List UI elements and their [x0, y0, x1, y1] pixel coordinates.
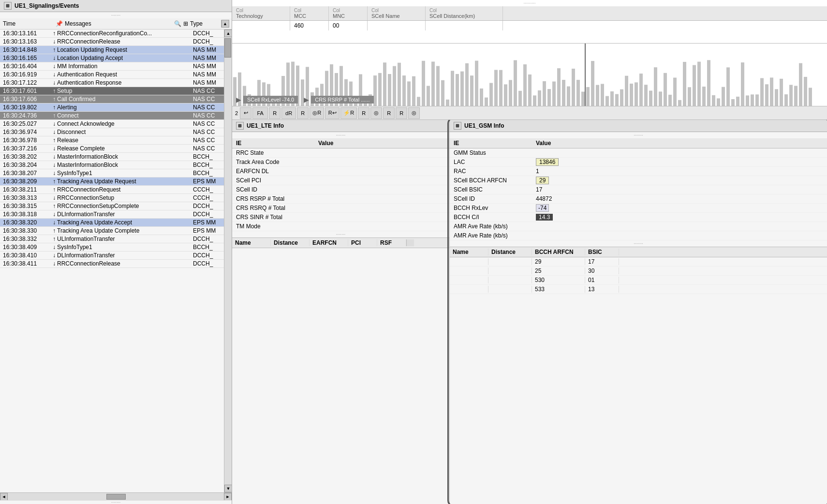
bottom-scrollbar[interactable]: ◄ ► [0, 492, 232, 500]
cell-mnc: 00 [329, 21, 368, 30]
lte-bt-scroll[interactable] [406, 239, 414, 246]
gsm-sep2: ······· [450, 240, 827, 247]
table-row[interactable]: 16:30:38.209 ↑Tracking Area Update Reque… [0, 178, 224, 186]
table-row[interactable]: 16:30:37.216 ↓Release Complete NAS CC [0, 145, 224, 153]
table-row[interactable]: 16:30:38.409 ↓SysInfoType1 BCCH_ [0, 243, 224, 252]
cell-msg: ↓RRCConnectionSetup [51, 194, 191, 201]
cell-mcc: 460 [290, 21, 329, 30]
cell-type: EPS MM [191, 178, 224, 185]
gsm-bt-cell-bcch: 29 [532, 258, 585, 265]
table-row[interactable]: 16:30:38.411 ↓RRCConnectionRelease DCCH_ [0, 260, 224, 268]
gsm-title-text: UE1_GSM Info [464, 122, 504, 129]
table-row[interactable]: 16:30:38.320 ↓Tracking Area Update Accep… [0, 219, 224, 227]
icon-btn-lightning[interactable]: ⚡R [340, 107, 357, 119]
icon-btn-circle2[interactable]: ◎ [408, 107, 420, 119]
table-row[interactable]: 16:30:38.204 ↓MasterInformationBlock BCC… [0, 161, 224, 169]
cell-msg: ↑Connect [51, 112, 191, 119]
icon-btn-r1[interactable]: R [269, 107, 281, 119]
lte-ie-cell: CRS RSRQ # Total [232, 205, 314, 211]
table-row[interactable]: 16:30:38.318 ↓DLInformationTransfer DCCH… [0, 210, 224, 219]
table-row[interactable]: 16:30:38.211 ↑RRCConnectionRequest CCCH_ [0, 186, 224, 194]
table-row[interactable]: 16:30:38.207 ↓SysInfoType1 BCCH_ [0, 169, 224, 178]
cell-time: 16:30:24.736 [0, 112, 51, 119]
icon-btn-r5[interactable]: R [396, 107, 407, 119]
cell-type: NAS CC [191, 145, 224, 152]
icon-btn-circler[interactable]: ◎R [310, 107, 324, 119]
lte-info-row: EARFCN DL [232, 167, 449, 176]
table-row[interactable]: 16:30:38.313 ↓RRCConnectionSetup CCCH_ [0, 194, 224, 202]
table-row[interactable]: 16:30:38.410 ↓DLInformationTransfer DCCH… [0, 252, 224, 260]
table-row[interactable]: 16:30:17.606 ↑Call Confirmed NAS CC [0, 95, 224, 104]
gsm-info-row: SCell ID 44872 [450, 194, 827, 204]
cell-type: NAS CC [191, 112, 224, 119]
table-row[interactable]: 16:30:16.165 ↓Location Updating Accept N… [0, 54, 224, 62]
cell-msg: ↓SysInfoType1 [51, 244, 191, 251]
messages-col-label: Messages [65, 20, 172, 27]
table-row[interactable]: 16:30:24.736 ↑Connect NAS CC [0, 112, 224, 120]
table-row[interactable]: 16:30:25.027 ↓Connect Acknowledge NAS CC [0, 120, 224, 128]
search-icon[interactable]: 🔍 [174, 20, 181, 27]
cell-msg: ↓Tracking Area Update Accept [51, 219, 191, 226]
val-dark: 14.3 [536, 214, 553, 221]
table-row[interactable]: 16:30:19.802 ↑Alerting NAS CC [0, 104, 224, 112]
gsm-val-cell [532, 149, 827, 156]
lte-val-cell [314, 214, 449, 221]
gsm-ie-cell: LAC [450, 159, 532, 165]
cell-msg: ↓RRCConnectionRelease [51, 38, 191, 45]
icon-btn-r3[interactable]: R [358, 107, 369, 119]
cell-msg: ↓Connect Acknowledge [51, 120, 191, 127]
table-row[interactable]: 16:30:16.919 ↓Authentication Request NAS… [0, 71, 224, 79]
cell-msg: ↓MasterInformationBlock [51, 153, 191, 160]
lte-ie-cell: SCell ID [232, 186, 314, 193]
gsm-info-row: RAC 1 [450, 167, 827, 176]
cell-time: 16:30:37.216 [0, 145, 51, 152]
message-table: 16:30:13.161 ↑RRCConnectionReconfigurati… [0, 30, 224, 492]
table-row[interactable]: 16:30:36.974 ↓Disconnect NAS CC [0, 128, 224, 136]
icon-btn-r2[interactable]: R [297, 107, 309, 119]
right-scrollbar[interactable]: ▲ ▼ [224, 30, 232, 492]
icon-btn-r4[interactable]: R [383, 107, 395, 119]
icon-btn-circle[interactable]: ◎ [370, 107, 382, 119]
icon-btn-rreplay[interactable]: R↩ [325, 107, 340, 119]
table-row[interactable]: 16:30:36.978 ↑Release NAS CC [0, 136, 224, 145]
pin-icon: 📌 [56, 20, 63, 27]
table-row[interactable]: 16:30:38.330 ↑Tracking Area Update Compl… [0, 227, 224, 235]
scroll-down-btn[interactable]: ▼ [224, 485, 232, 492]
table-row[interactable]: 16:30:17.122 ↓Authentication Response NA… [0, 79, 224, 87]
cell-time: 16:30:38.320 [0, 219, 51, 226]
scroll-left-btn[interactable]: ◄ [0, 493, 8, 501]
gsm-bt-row: 533 13 [450, 285, 827, 294]
cell-time: 16:30:38.313 [0, 194, 51, 201]
table-row[interactable]: 16:30:38.332 ↑ULInformationTransfer DCCH… [0, 235, 224, 243]
left-panel-sep1: ······· [0, 12, 232, 18]
gsm-bt-cell-dist [488, 258, 532, 265]
table-row[interactable]: 16:30:38.202 ↓MasterInformationBlock BCC… [0, 153, 224, 161]
table-row[interactable]: 16:30:38.315 ↑RRCConnectionSetupComplete… [0, 202, 224, 210]
scroll-up[interactable]: ▲ [222, 20, 229, 28]
cell-msg: ↑RRCConnectionSetupComplete [51, 203, 191, 209]
scroll-up-btn[interactable]: ▲ [224, 30, 232, 37]
left-panel: ⊞ UE1_Signalings/Events ······· Time 📌 M… [0, 0, 232, 504]
left-panel-icon: ⊞ [4, 2, 12, 10]
icon-btn-replay[interactable]: ↩ [240, 107, 251, 119]
lte-val-cell [314, 205, 449, 211]
table-row[interactable]: 16:30:14.848 ↑Location Updating Request … [0, 46, 224, 54]
table-row[interactable]: 16:30:13.161 ↑RRCConnectionReconfigurati… [0, 30, 224, 38]
scroll-right-btn[interactable]: ► [224, 493, 232, 501]
gsm-info-row: SCell BCCH ARFCN 29 [450, 176, 827, 185]
cell-type: NAS CC [191, 88, 224, 94]
cell-msg: ↓MasterInformationBlock [51, 162, 191, 168]
lte-sep: ······· [232, 132, 449, 138]
chart-label-bar: ▶ SCell RxLevel -74.0 ▶ CRS RSRP # Total… [232, 94, 827, 105]
icon-btn-dr[interactable]: dR [281, 107, 296, 119]
table-row[interactable]: 16:30:13.163 ↓RRCConnectionRelease DCCH_ [0, 38, 224, 46]
table-row[interactable]: 16:30:17.601 ↑Setup NAS CC [0, 87, 224, 95]
gsm-info-content: ⊞ UE1_GSM Info ······· IE Value GMM Stat… [450, 120, 827, 504]
scroll-thumb[interactable] [224, 38, 231, 58]
cell-type: NAS MM [191, 71, 224, 78]
table-row[interactable]: 16:30:16.404 ↓MM Information NAS MM [0, 62, 224, 71]
grid-icon[interactable]: ⊞ [183, 20, 188, 27]
cell-type: NAS CC [191, 96, 224, 103]
scrollbar-top[interactable]: ▲ [221, 20, 229, 28]
icon-btn-fa[interactable]: FA [252, 107, 268, 119]
